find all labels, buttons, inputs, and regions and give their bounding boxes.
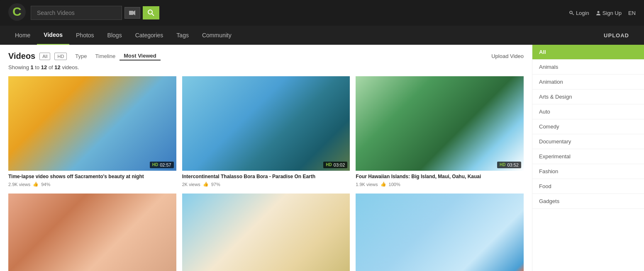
sidebar-category-auto[interactable]: Auto: [532, 104, 644, 119]
sidebar-category-gadgets[interactable]: Gadgets: [532, 194, 644, 209]
filter-type[interactable]: Type: [71, 52, 91, 60]
video-views-1: 2.9K views: [8, 182, 30, 187]
video-thumb-1: HD 02:57: [8, 76, 176, 171]
sidebar-category-food[interactable]: Food: [532, 179, 644, 194]
video-views-2: 2K views: [182, 182, 200, 187]
video-camera-button[interactable]: [124, 7, 140, 19]
nav-bar: Home Videos Photos Blogs Categories Tags…: [0, 26, 644, 45]
nav-home[interactable]: Home: [8, 26, 37, 44]
video-likes-1: 94%: [41, 182, 50, 187]
search-icon: [148, 10, 154, 16]
video-info-2: Intercontinental Thalasso Bora Bora - Pa…: [182, 171, 350, 188]
svg-point-4: [148, 10, 152, 14]
login-link[interactable]: Login: [569, 10, 589, 16]
video-meta-1: 2.9K views 👍 94%: [8, 181, 176, 187]
video-duration-2: 03:02: [334, 162, 345, 167]
language-label: EN: [628, 10, 636, 16]
svg-line-7: [572, 14, 574, 15]
hd-tag-2: HD: [326, 162, 332, 167]
nav-tags[interactable]: Tags: [170, 26, 195, 44]
showing-total: 12: [54, 64, 60, 70]
video-card-6[interactable]: HD 02:53: [356, 194, 524, 271]
filter-tabs: Type Timeline Most Viewed: [71, 52, 160, 60]
person-icon: [596, 10, 601, 15]
video-card-3[interactable]: HD 03:52 Four Hawaiian Islands: Big Isla…: [356, 76, 524, 188]
video-card-2[interactable]: HD 03:02 Intercontinental Thalasso Bora …: [182, 76, 350, 188]
top-bar: C Login: [0, 0, 644, 26]
showing-from: 1: [31, 64, 34, 70]
sidebar-category-fashion[interactable]: Fashion: [532, 164, 644, 179]
nav-community[interactable]: Community: [195, 26, 238, 44]
video-info-3: Four Hawaiian Islands: Big Island, Maui,…: [356, 171, 524, 188]
video-thumb-2: HD 03:02: [182, 76, 350, 171]
hd-tag-1: HD: [152, 162, 158, 167]
nav-photos[interactable]: Photos: [69, 26, 101, 44]
main-content: Videos All HD Type Timeline Most Viewed …: [0, 45, 644, 271]
thumbs-up-icon-2: 👍: [203, 181, 209, 187]
svg-rect-2: [129, 11, 133, 15]
video-meta-2: 2K views 👍 97%: [182, 181, 350, 187]
video-info-1: Time-lapse video shows off Sacramento's …: [8, 171, 176, 188]
signup-label: Sign Up: [603, 10, 622, 16]
video-title-2: Intercontinental Thalasso Bora Bora - Pa…: [182, 173, 350, 180]
search-button[interactable]: [143, 6, 159, 19]
nav-categories[interactable]: Categories: [129, 26, 170, 44]
sidebar-category-arts-design[interactable]: Arts & Design: [532, 90, 644, 104]
nav-videos[interactable]: Videos: [37, 26, 69, 45]
video-title-3: Four Hawaiian Islands: Big Island, Maui,…: [356, 173, 524, 180]
sidebar-category-all[interactable]: All: [532, 45, 644, 60]
videos-header: Videos All HD Type Timeline Most Viewed …: [8, 51, 524, 61]
sidebar-category-documentary[interactable]: Documentary: [532, 134, 644, 149]
video-badge-1: HD 02:57: [150, 162, 174, 168]
video-thumb-6: HD 02:53: [356, 194, 524, 271]
video-meta-3: 1.9K views 👍 100%: [356, 181, 524, 187]
logo: C: [8, 3, 26, 22]
svg-point-8: [597, 11, 599, 13]
svg-line-5: [152, 14, 154, 16]
hd-tag-3: HD: [500, 162, 505, 167]
svg-marker-3: [133, 10, 135, 15]
sidebar-category-comedy[interactable]: Comedy: [532, 119, 644, 134]
filter-most-viewed[interactable]: Most Viewed: [120, 52, 161, 60]
video-views-3: 1.9K views: [356, 182, 378, 187]
category-sidebar: All Animals Animation Arts & Design Auto…: [532, 45, 644, 271]
signup-link[interactable]: Sign Up: [596, 10, 622, 16]
video-title-1: Time-lapse video shows off Sacramento's …: [8, 173, 176, 180]
key-icon: [569, 10, 574, 15]
video-card-1[interactable]: HD 02:57 Time-lapse video shows off Sacr…: [8, 76, 176, 188]
video-camera-icon: [129, 10, 136, 15]
thumbs-up-icon-3: 👍: [381, 181, 386, 187]
nav-blogs[interactable]: Blogs: [101, 26, 129, 44]
video-thumb-4: HD 01:14: [8, 194, 176, 271]
sidebar-category-animals[interactable]: Animals: [532, 60, 644, 75]
showing-text: Showing 1 to 12 of 12 videos.: [8, 64, 524, 70]
sidebar-category-experimental[interactable]: Experimental: [532, 149, 644, 164]
video-grid: HD 02:57 Time-lapse video shows off Sacr…: [8, 76, 524, 271]
badge-hd[interactable]: HD: [54, 53, 67, 60]
top-bar-right: Login Sign Up EN: [569, 10, 636, 16]
video-duration-1: 02:57: [160, 162, 171, 167]
thumbs-up-icon-1: 👍: [33, 181, 39, 187]
upload-nav-link[interactable]: UPLOAD: [597, 27, 636, 44]
filter-timeline[interactable]: Timeline: [91, 52, 120, 60]
badge-all[interactable]: All: [39, 53, 50, 60]
video-thumb-5: HD 04:12: [182, 194, 350, 271]
search-container: [31, 6, 159, 20]
svg-text:C: C: [12, 5, 22, 18]
upload-video-link[interactable]: Upload Video: [491, 53, 524, 59]
login-label: Login: [576, 10, 589, 16]
video-card-4[interactable]: HD 01:14: [8, 194, 176, 271]
showing-to: 12: [41, 64, 47, 70]
sidebar-category-animation[interactable]: Animation: [532, 75, 644, 90]
video-card-5[interactable]: HD 04:12: [182, 194, 350, 271]
video-likes-2: 97%: [211, 182, 220, 187]
videos-area: Videos All HD Type Timeline Most Viewed …: [0, 45, 532, 271]
videos-title: Videos: [8, 51, 35, 61]
search-input[interactable]: [31, 6, 122, 20]
video-badge-2: HD 03:02: [323, 162, 347, 168]
svg-point-6: [570, 11, 572, 14]
video-thumb-3: HD 03:52: [356, 76, 524, 171]
video-duration-3: 03:52: [507, 162, 519, 167]
video-likes-3: 100%: [389, 182, 400, 187]
video-badge-3: HD 03:52: [497, 162, 521, 168]
